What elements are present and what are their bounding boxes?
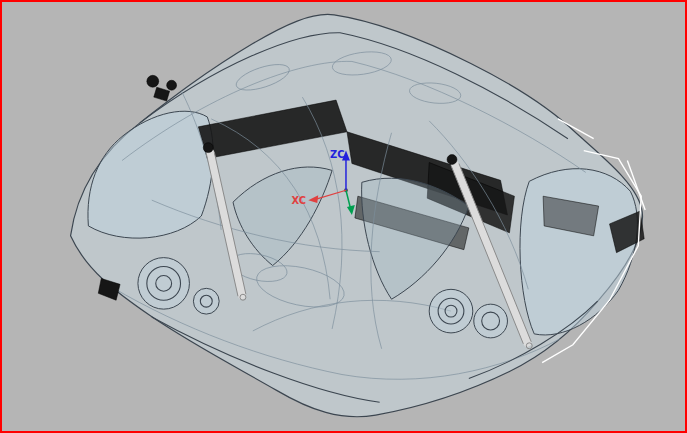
boss-right2-outer[interactable] [474,304,508,338]
boss-left-outer[interactable] [138,258,190,310]
caliper-right-housing[interactable] [520,169,637,335]
guide-pin-right-cap[interactable] [447,155,457,165]
bleeder-valves[interactable] [147,75,177,101]
wcs-z-label[interactable]: ZC [330,149,344,160]
guide-pin-left-cap[interactable] [203,143,213,153]
cad-scene[interactable]: ZC XC [2,2,685,431]
caliper-left-housing[interactable] [88,111,213,238]
boss-left2-outer[interactable] [193,288,219,314]
bleeder-valve-1[interactable] [147,75,159,87]
boss-right-outer[interactable] [429,289,473,333]
cad-graphics-viewport[interactable]: ZC XC [0,0,687,433]
wcs-x-label[interactable]: XC [291,195,306,206]
brake-caliper-model[interactable] [71,14,646,416]
bleeder-valve-3[interactable] [167,80,177,90]
bleeder-valve-2[interactable] [154,87,170,101]
